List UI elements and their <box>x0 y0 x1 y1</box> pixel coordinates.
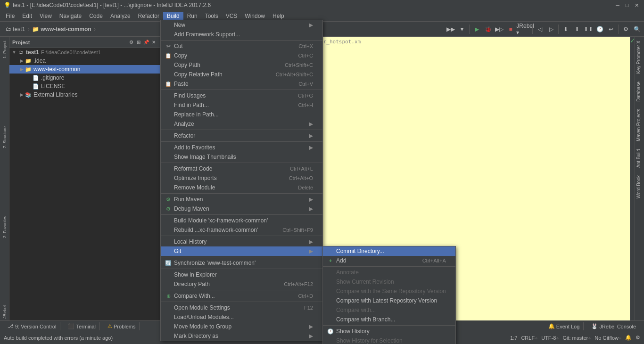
ctx-debug-maven[interactable]: ⚙ Debug Maven ▶ <box>161 204 322 213</box>
ctx-show-image-thumbnails[interactable]: Show Image Thumbnails <box>161 152 322 162</box>
toolbar-search-btn[interactable]: 🔍 <box>632 24 642 34</box>
ctx-optimize-imports[interactable]: Optimize Imports Ctrl+Alt+O <box>161 173 322 183</box>
toolbar-build-btn[interactable]: ▶▶ <box>446 24 456 34</box>
git-commit-directory[interactable]: Commit Directory... <box>323 246 455 256</box>
ctx-run-maven[interactable]: ⚙ Run Maven ▶ <box>161 195 322 204</box>
menu-tools[interactable]: Tools <box>201 12 222 20</box>
menu-edit[interactable]: Edit <box>18 12 36 20</box>
toolbar-vcs-rollback-btn[interactable]: ↩ <box>606 24 616 34</box>
sidebar-item-ant[interactable]: Ant Build <box>635 145 644 172</box>
toolbar-settings-btn[interactable]: ⚙ <box>620 24 631 34</box>
menu-build[interactable]: Build <box>163 12 183 20</box>
sidebar-item-structure[interactable]: 7: Structure <box>0 124 9 150</box>
ctx-mark-directory[interactable]: Mark Directory as ▶ <box>161 331 322 341</box>
sidebar-item-project[interactable]: 1: Project <box>0 39 9 60</box>
ctx-paste[interactable]: 📋 Paste Ctrl+V <box>161 79 322 89</box>
git-show-history[interactable]: 🕐 Show History <box>323 327 455 336</box>
toolbar-debug-btn[interactable]: 🐞 <box>483 24 493 34</box>
breadcrumb-item-www[interactable]: 📁 www-test-common <box>32 26 91 33</box>
status-git-branch[interactable]: Git: master÷ <box>562 335 591 341</box>
toolbar-vcs-update-btn[interactable]: ⬇ <box>561 24 571 34</box>
menu-navigate[interactable]: Navigate <box>56 12 85 20</box>
menu-code[interactable]: Code <box>85 12 107 20</box>
status-position[interactable]: 1:7 <box>510 335 517 341</box>
tab-version-control[interactable]: ⎇ 9: Version Control <box>4 322 60 330</box>
tree-item-license[interactable]: 📄 LICENSE <box>9 82 160 90</box>
title-bar-controls[interactable]: ─ □ ✕ <box>614 1 640 9</box>
menu-analyze[interactable]: Analyze <box>107 12 134 20</box>
sidebar-item-jrebel[interactable]: JRebel <box>0 303 9 320</box>
ctx-cut[interactable]: ✂ Cut Ctrl+X <box>161 41 322 51</box>
ctx-copy[interactable]: 📋 Copy Ctrl+C <box>161 51 322 60</box>
toolbar-run-btn[interactable]: ▶ <box>471 24 482 34</box>
ctx-compare-with[interactable]: ⊕ Compare With... Ctrl+D <box>161 291 322 301</box>
minimize-button[interactable]: ─ <box>614 1 621 9</box>
ctx-synchronize[interactable]: 🔄 Synchronize 'www-test-common' <box>161 258 322 268</box>
ctx-find-in-path[interactable]: Find in Path... Ctrl+H <box>161 100 322 110</box>
toolbar-run-coverage-btn[interactable]: ▶▷ <box>494 24 504 34</box>
menu-help[interactable]: Help <box>269 12 288 20</box>
ctx-copy-path[interactable]: Copy Path Ctrl+Shift+C <box>161 60 322 70</box>
sidebar-item-database[interactable]: Database <box>635 78 644 106</box>
tree-item-ext-libs[interactable]: ▶ 📚 External Libraries <box>9 90 160 99</box>
ctx-find-usages[interactable]: Find Usages Ctrl+G <box>161 91 322 100</box>
ctx-open-module-settings[interactable]: Open Module Settings F12 <box>161 303 322 312</box>
ctx-git[interactable]: Git ▶ Commit Directory... + Add Ctrl+Alt… <box>161 246 322 256</box>
toolbar-vcs-commit-btn[interactable]: ⬆ <box>572 24 582 34</box>
sidebar-item-favorites[interactable]: 2: Favorites <box>0 214 9 240</box>
panel-icon-layout[interactable]: ⊞ <box>135 39 142 46</box>
menu-run[interactable]: Run <box>183 12 201 20</box>
status-notifications-icon[interactable]: 🔔 <box>625 335 632 341</box>
status-encoding[interactable]: UTF-8÷ <box>541 335 559 341</box>
toolbar-vcs-history-btn[interactable]: 🕐 <box>594 24 605 34</box>
toolbar-vcs-push-btn[interactable]: ⬆⬆ <box>583 24 594 34</box>
tab-jrebel-console[interactable]: 🐰 JRebel Console <box>587 322 640 330</box>
sidebar-item-maven[interactable]: Maven Projects <box>635 105 644 145</box>
panel-icon-settings[interactable]: ⚙ <box>128 39 134 46</box>
status-settings-icon[interactable]: ⚙ <box>636 335 640 341</box>
menu-window[interactable]: Window <box>241 12 269 20</box>
ctx-new[interactable]: New ▶ <box>161 20 322 30</box>
menu-view[interactable]: View <box>36 12 56 20</box>
sidebar-item-word-book[interactable]: Word Book <box>635 172 644 202</box>
toolbar-stop-btn[interactable]: ■ <box>505 24 516 34</box>
tree-item-test1[interactable]: ▼ 🗂 test1 E:\ideaCode01\code\test1 <box>9 48 160 57</box>
status-gitflow[interactable]: No Gitflow÷ <box>594 335 621 341</box>
ctx-show-in-explorer[interactable]: Show in Explorer <box>161 270 322 279</box>
tree-item-idea[interactable]: ▶ 📁 .idea <box>9 57 160 65</box>
toolbar-dropdown-btn[interactable]: ▾ <box>457 24 467 34</box>
panel-icon-pin[interactable]: 📌 <box>143 39 149 46</box>
menu-vcs[interactable]: VCS <box>222 12 241 20</box>
toolbar-jrebel-dropdown[interactable]: JRebel ▾ <box>520 24 530 34</box>
ctx-analyze[interactable]: Analyze ▶ <box>161 119 322 129</box>
ctx-rebuild-module[interactable]: Rebuild ...xc-framework-common' Ctrl+Shi… <box>161 225 322 235</box>
ctx-add-to-favorites[interactable]: Add to Favorites ▶ <box>161 143 322 152</box>
breadcrumb-item-test1[interactable]: 🗂 test1 <box>6 26 25 33</box>
close-button[interactable]: ✕ <box>633 1 640 9</box>
ctx-move-module-group[interactable]: Move Module to Group ▶ <box>161 322 322 331</box>
status-line-endings[interactable]: CRLF÷ <box>521 335 537 341</box>
ctx-refactor[interactable]: Refactor ▶ <box>161 131 322 140</box>
tree-item-gitignore[interactable]: 📄 .gitignore <box>9 74 160 82</box>
ctx-remove-module[interactable]: Remove Module Delete <box>161 183 322 192</box>
tab-terminal[interactable]: ⬛ Terminal <box>64 322 100 330</box>
toolbar-back-btn[interactable]: ◁ <box>535 24 545 34</box>
sidebar-item-key-promoter[interactable]: Key Promoter X <box>635 37 644 78</box>
menu-file[interactable]: File <box>2 12 18 20</box>
toolbar-forward-btn[interactable]: ▷ <box>546 24 556 34</box>
ctx-reformat-code[interactable]: Reformat Code Ctrl+Alt+L <box>161 164 322 173</box>
git-compare-with-branch[interactable]: Compare with Branch... <box>323 315 455 324</box>
ctx-build-module[interactable]: Build Module 'xc-framework-common' <box>161 216 322 225</box>
git-add[interactable]: + Add Ctrl+Alt+A <box>323 256 455 265</box>
tab-event-log[interactable]: 🔔 Event Log <box>545 322 584 330</box>
panel-icon-close[interactable]: ✕ <box>150 39 157 46</box>
ctx-directory-path[interactable]: Directory Path Ctrl+Alt+F12 <box>161 279 322 289</box>
ctx-replace-in-path[interactable]: Replace in Path... <box>161 110 322 119</box>
ctx-load-unload-modules[interactable]: Load/Unload Modules... <box>161 312 322 322</box>
tab-problems[interactable]: ⚠ Problems <box>104 322 140 330</box>
git-compare-latest-repo[interactable]: Compare with Latest Repository Version <box>323 296 455 305</box>
ctx-local-history[interactable]: Local History ▶ <box>161 237 322 246</box>
menu-refactor[interactable]: Refactor <box>134 12 163 20</box>
maximize-button[interactable]: □ <box>623 1 631 9</box>
tree-item-www[interactable]: ▶ 📁 www-test-common <box>9 65 160 74</box>
